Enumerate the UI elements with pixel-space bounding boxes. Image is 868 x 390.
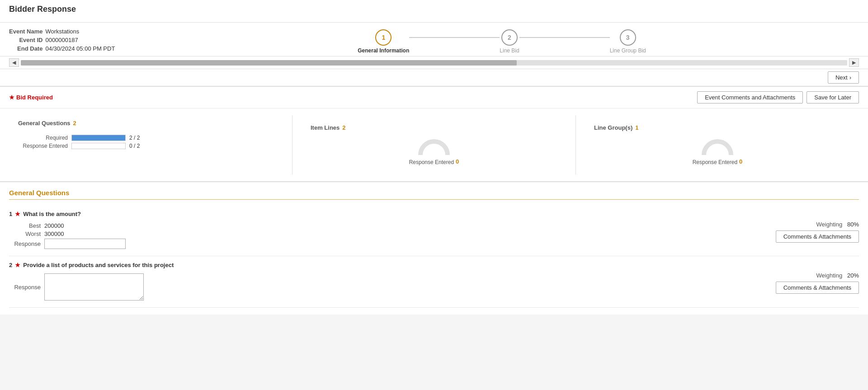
q1-weighting-label: Weighting	[816, 221, 843, 228]
q2-response-textarea[interactable]	[44, 273, 144, 301]
step-2[interactable]: 2 Line Bid	[500, 29, 519, 54]
question-1-text: What is the amount?	[23, 211, 81, 217]
event-info: Event Name Workstations Event ID 0000000…	[9, 27, 145, 53]
scroll-track[interactable]	[21, 60, 847, 66]
scroll-left-arrow[interactable]: ◀	[9, 58, 19, 67]
line-groups-response-label: Response Entered	[693, 159, 737, 165]
event-comments-button[interactable]: Event Comments and Attachments	[697, 91, 803, 103]
action-buttons: Event Comments and Attachments Save for …	[697, 91, 859, 103]
page-title: Bidder Response	[9, 5, 859, 14]
q1-worst-row: Worst 300000	[9, 230, 746, 237]
q1-best-label: Best	[9, 222, 41, 229]
summary-general-questions-panel: General Questions 2 Required 2 / 2 Respo…	[9, 115, 292, 174]
q2-weighting-value: 20%	[847, 272, 859, 279]
step-3[interactable]: 3 Line Group Bid	[610, 29, 646, 54]
summary-line-groups-panel: Line Group(s) 1 Response Entered 0	[576, 115, 859, 174]
question-2-number: 2	[9, 262, 12, 268]
item-lines-donut-area: Item Lines 2 Response Entered 0	[302, 120, 566, 170]
next-label: Next	[835, 74, 848, 81]
step-1[interactable]: 1 General Information	[358, 29, 409, 54]
response-entered-bar	[71, 143, 126, 149]
step-1-circle: 1	[375, 29, 392, 46]
question-1-right: Weighting 80% Comments & Attachments	[746, 221, 859, 243]
required-label: Required	[18, 135, 68, 141]
step-line-2	[519, 37, 610, 38]
event-id-label: Event ID	[9, 36, 45, 44]
summary-gq-title: General Questions	[18, 120, 71, 127]
item-lines-response-label: Response Entered	[409, 159, 454, 165]
stepper: 1 General Information 2 Line Bid 3 Line …	[344, 29, 660, 54]
question-1-left: Best 200000 Worst 300000 Response	[9, 221, 746, 250]
step-3-circle: 3	[620, 29, 636, 46]
question-1-header: 1 ★ What is the amount?	[9, 211, 859, 217]
question-2-required-star: ★	[15, 262, 20, 268]
item-lines-title: Item Lines	[311, 124, 340, 131]
required-bar	[71, 135, 126, 141]
q1-response-input[interactable]	[44, 239, 126, 249]
response-entered-value: 0 / 2	[129, 143, 140, 149]
q2-comments-button[interactable]: Comments & Attachments	[776, 282, 859, 294]
event-id-value: 0000000187	[45, 36, 118, 44]
item-lines-donut-svg	[416, 135, 452, 157]
summary-section: General Questions 2 Required 2 / 2 Respo…	[0, 108, 868, 182]
summary-gq-count: 2	[73, 120, 76, 127]
q1-best-value: 200000	[44, 222, 64, 229]
line-groups-title: Line Group(s)	[594, 124, 632, 131]
question-1-block: 1 ★ What is the amount? Best 200000 Wors…	[9, 205, 859, 256]
line-groups-count: 1	[635, 124, 638, 131]
save-for-later-button[interactable]: Save for Later	[807, 91, 859, 103]
q2-weighting-row: Weighting 20%	[816, 272, 859, 279]
line-groups-donut-area: Line Group(s) 1 Response Entered 0	[585, 120, 850, 170]
page-header: Bidder Response	[0, 0, 868, 23]
response-entered-row: Response Entered 0 / 2	[18, 143, 283, 149]
item-lines-response-value: 0	[456, 158, 459, 165]
question-2-left: Response	[9, 272, 746, 302]
response-entered-label: Response Entered	[18, 143, 68, 149]
scroll-right-arrow[interactable]: ▶	[849, 58, 859, 67]
question-2-body: Response Weighting 20% Comments & Attach…	[9, 272, 859, 302]
q1-comments-button[interactable]: Comments & Attachments	[776, 230, 859, 243]
q1-best-row: Best 200000	[9, 222, 746, 229]
item-lines-count: 2	[342, 124, 345, 131]
q1-worst-value: 300000	[44, 230, 64, 237]
question-1-body: Best 200000 Worst 300000 Response Weight…	[9, 221, 859, 250]
line-groups-response-value: 0	[739, 158, 742, 165]
general-questions-section: General Questions 1 ★ What is the amount…	[0, 182, 868, 315]
bid-required: ★ Bid Required	[9, 94, 53, 101]
step-line-1	[409, 37, 500, 38]
step-2-circle: 2	[501, 29, 518, 46]
required-row: Required 2 / 2	[18, 135, 283, 141]
question-2-block: 2 ★ Provide a list of products and servi…	[9, 256, 859, 308]
summary-item-lines-panel: Item Lines 2 Response Entered 0	[292, 115, 576, 174]
next-button[interactable]: Next ›	[828, 71, 859, 84]
required-bar-fill	[72, 135, 125, 141]
line-groups-donut-svg	[699, 135, 736, 157]
question-1-required-star: ★	[15, 211, 20, 217]
top-section: Event Name Workstations Event ID 0000000…	[0, 23, 868, 56]
event-end-date-value: 04/30/2024 05:00 PM PDT	[45, 44, 118, 53]
bid-required-label: Bid Required	[16, 94, 53, 101]
question-1-number: 1	[9, 211, 12, 217]
event-end-date-label: End Date	[9, 44, 45, 53]
action-bar: ★ Bid Required Event Comments and Attach…	[0, 87, 868, 108]
question-2-text: Provide a list of products and services …	[23, 262, 174, 268]
q1-worst-label: Worst	[9, 230, 41, 237]
q1-response-row: Response	[9, 239, 746, 249]
step-2-label: Line Bid	[500, 47, 519, 54]
next-bar: Next ›	[0, 69, 868, 87]
q2-response-row: Response	[9, 273, 746, 301]
event-name-label: Event Name	[9, 27, 45, 36]
bid-required-star: ★	[9, 94, 14, 101]
q2-response-label: Response	[9, 284, 41, 291]
next-icon: ›	[849, 74, 851, 81]
q2-weighting-label: Weighting	[816, 272, 843, 279]
question-2-right: Weighting 20% Comments & Attachments	[746, 272, 859, 294]
q1-response-label: Response	[9, 240, 41, 247]
scroll-thumb	[21, 60, 517, 66]
stepper-area: 1 General Information 2 Line Bid 3 Line …	[145, 27, 859, 54]
scrollbar-area: ◀ ▶	[0, 56, 868, 69]
q1-weighting-row: Weighting 80%	[816, 221, 859, 228]
required-value: 2 / 2	[129, 135, 140, 141]
step-1-label: General Information	[358, 47, 409, 54]
event-name-value: Workstations	[45, 27, 118, 36]
